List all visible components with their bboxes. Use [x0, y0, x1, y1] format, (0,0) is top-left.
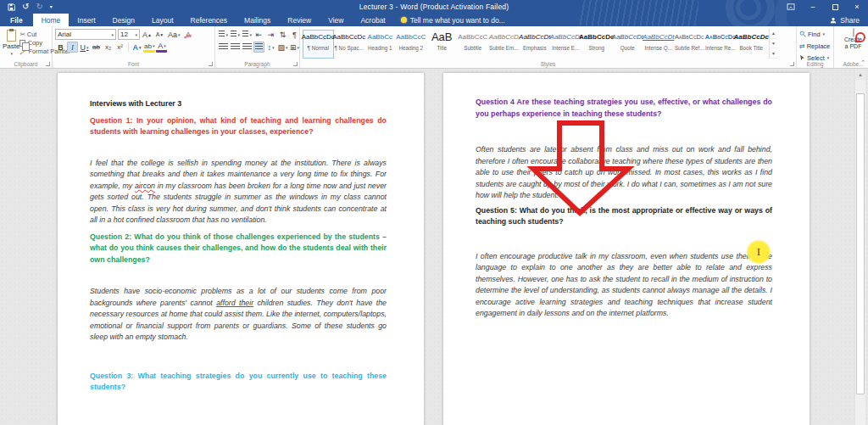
scroll-up-icon[interactable]: ▲	[855, 69, 865, 80]
grow-font-button[interactable]: A▲	[142, 29, 153, 40]
tab-design[interactable]: Design	[104, 14, 143, 26]
styles-scroll-down-icon[interactable]: ▼	[770, 39, 778, 49]
style-intense-emphasis[interactable]: AaBbCcDtIntense E...	[550, 30, 581, 59]
style-heading1[interactable]: AaBbCcHeading 1	[364, 30, 396, 59]
styles-dialog-launcher[interactable]	[790, 62, 794, 66]
style-no-spacing[interactable]: AaBbCcDc¶ No Spac...	[334, 30, 365, 59]
multilevel-list-button[interactable]: ▾	[242, 29, 253, 40]
save-icon[interactable]	[8, 3, 15, 11]
text-effects-button[interactable]: A▾	[131, 42, 142, 53]
scrollbar-thumb[interactable]	[856, 93, 865, 394]
numbering-button[interactable]: ▾	[230, 29, 241, 40]
undo-icon[interactable]: ↺	[22, 3, 29, 11]
tab-review[interactable]: Review	[279, 14, 320, 26]
show-hide-pilcrow-button[interactable]: ¶	[289, 29, 300, 40]
find-button[interactable]: Find▾	[799, 29, 831, 39]
window-title: Lecturer 3 - Word (Product Activation Fa…	[0, 3, 868, 11]
question-4[interactable]: Question 4 Are these teaching strategies…	[476, 97, 772, 120]
style-title[interactable]: AaBTitle	[426, 30, 458, 59]
cursor-icon	[799, 54, 805, 61]
sort-button[interactable]: ⇅	[277, 29, 288, 40]
answer-2[interactable]: Students have socio-economic problems as…	[90, 286, 387, 344]
question-1[interactable]: Question 1: In your opinion, what kind o…	[90, 115, 387, 138]
paragraph-dialog-launcher[interactable]	[293, 62, 298, 66]
ribbon-display-options-icon[interactable]	[780, 0, 802, 14]
style-book-title[interactable]: AaBbCcDcBook Title	[736, 30, 767, 59]
style-quote[interactable]: AaBbCcDtQuote	[612, 30, 643, 59]
tab-file[interactable]: File	[0, 14, 33, 26]
clipboard-dialog-launcher[interactable]	[46, 62, 50, 66]
annotation-arrow-down[interactable]	[526, 120, 637, 217]
align-right-button[interactable]	[242, 42, 253, 53]
font-group: Arial▾ 12▾ A▲ A▼ Aa▾ A B I U▾ ab x₂ x² A…	[53, 26, 215, 68]
font-dialog-launcher[interactable]	[209, 62, 213, 66]
bullets-button[interactable]: ▾	[218, 29, 229, 40]
styles-more-icon[interactable]: ▼	[770, 48, 778, 59]
tab-home[interactable]: Home	[33, 14, 70, 26]
increase-indent-button[interactable]: ⇥	[265, 29, 276, 40]
tab-acrobat[interactable]: Acrobat	[352, 14, 393, 26]
align-center-button[interactable]	[230, 42, 241, 53]
replace-button[interactable]: ⇄ Replace	[799, 41, 831, 51]
minimize-button[interactable]: –	[802, 0, 824, 14]
document-canvas: Interviews with Lecturer 3 Question 1: I…	[0, 69, 868, 425]
tab-mailings[interactable]: Mailings	[236, 14, 279, 26]
superscript-button[interactable]: x²	[114, 42, 125, 53]
bold-button[interactable]: B	[55, 42, 66, 53]
collapse-ribbon-icon[interactable]: ⌃	[860, 59, 865, 66]
vertical-scrollbar[interactable]: ▲	[854, 69, 865, 425]
font-color-button[interactable]: A▾	[156, 42, 167, 53]
style-intense-reference[interactable]: AaBbCcDcIntense Re...	[705, 30, 737, 59]
tab-view[interactable]: View	[320, 14, 352, 26]
shrink-font-button[interactable]: A▼	[154, 29, 165, 40]
clear-formatting-button[interactable]: A	[183, 29, 194, 40]
underline-button[interactable]: U▾	[79, 42, 90, 53]
tab-references[interactable]: References	[182, 14, 236, 26]
redo-icon[interactable]: ↻	[36, 3, 42, 11]
title-bar: ↺ ↻ ▾ Lecturer 3 - Word (Product Activat…	[0, 0, 868, 14]
text-highlight-button[interactable]: ab▾	[143, 42, 155, 53]
spellcheck-flagged-word: aircon	[135, 182, 155, 190]
answer-5[interactable]: I often encourage productive talk in my …	[476, 251, 772, 320]
borders-button[interactable]: ⊞▾	[289, 42, 300, 53]
person-icon	[830, 17, 837, 24]
style-strong[interactable]: AaBbCcDcStrong	[581, 30, 613, 59]
style-subtle-reference[interactable]: AaBbCcDcSubtle Ref...	[674, 30, 705, 59]
style-emphasis[interactable]: AaBbCcDtEmphasis	[520, 30, 551, 59]
document-page-1[interactable]: Interviews with Lecturer 3 Question 1: I…	[58, 73, 424, 425]
font-size-select[interactable]: 12▾	[118, 29, 140, 40]
tab-insert[interactable]: Insert	[69, 14, 103, 26]
italic-button[interactable]: I	[67, 42, 78, 53]
strikethrough-button[interactable]: ab	[91, 42, 102, 53]
question-3[interactable]: Question 3: What teaching strategies do …	[90, 371, 387, 394]
styles-scroll-up-icon[interactable]: ▲	[770, 29, 778, 39]
create-pdf-button[interactable]: Create a PDF	[837, 29, 868, 50]
line-spacing-button[interactable]: ↕▾	[265, 42, 276, 53]
change-case-button[interactable]: Aa▾	[167, 29, 181, 40]
close-button[interactable]: ×	[846, 0, 868, 14]
align-left-button[interactable]	[218, 42, 229, 53]
style-heading2[interactable]: AaBbCcCHeading 2	[396, 30, 427, 59]
styles-group: AaBbCcDc¶ Normal AaBbCcDc¶ No Spac... Aa…	[300, 26, 797, 68]
question-2[interactable]: Question 2: What do you think of those c…	[90, 232, 387, 266]
style-intense-quote[interactable]: AaBbCcDtIntense Q...	[643, 30, 675, 59]
subscript-button[interactable]: x₂	[103, 42, 114, 53]
tell-me-label: Tell me what you want to do...	[410, 16, 505, 25]
document-heading[interactable]: Interviews with Lecturer 3	[90, 98, 387, 110]
share-button[interactable]: Share	[821, 14, 868, 26]
justify-button[interactable]	[253, 42, 264, 53]
style-subtitle[interactable]: AaBbCcCSubtitle	[458, 30, 489, 59]
decrease-indent-button[interactable]: ⇤	[253, 29, 264, 40]
answer-1[interactable]: I feel that the college is selfish in sp…	[90, 158, 387, 226]
paste-button[interactable]: Paste ▾	[3, 29, 19, 59]
font-name-select[interactable]: Arial▾	[55, 29, 116, 40]
paste-dropdown-icon[interactable]: ▾	[10, 51, 13, 56]
ribbon-tabs: File Home Insert Design Layout Reference…	[0, 14, 868, 26]
style-subtle-emphasis[interactable]: AaBbCcDSubtle Em...	[488, 30, 520, 59]
shading-button[interactable]: ▨▾	[277, 42, 288, 53]
tell-me-box[interactable]: Tell me what you want to do...	[394, 14, 512, 26]
tab-layout[interactable]: Layout	[143, 14, 182, 26]
restore-button[interactable]	[824, 0, 846, 14]
style-normal[interactable]: AaBbCcDc¶ Normal	[303, 30, 334, 59]
qat-customize-icon[interactable]: ▾	[50, 3, 53, 11]
